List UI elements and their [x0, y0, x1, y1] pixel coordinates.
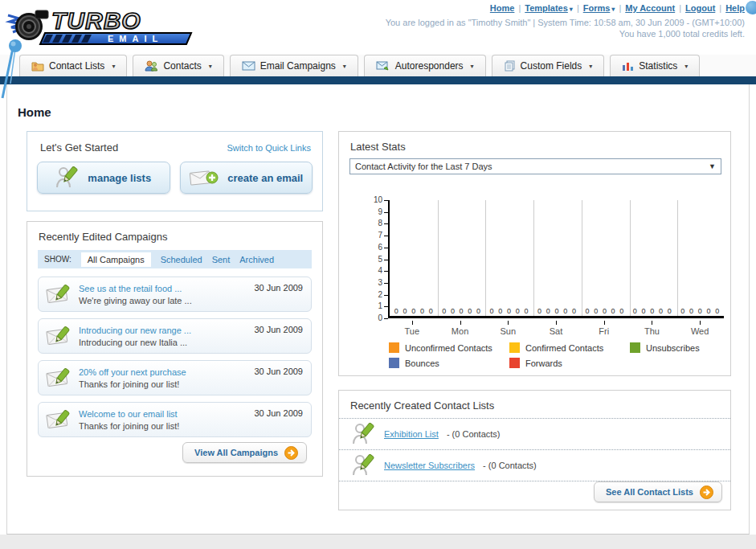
campaign-title-link[interactable]: See us at the retail food ... [79, 284, 192, 293]
campaign-filter-sent[interactable]: Sent [212, 255, 231, 264]
nav-tab-email-campaigns[interactable]: Email Campaigns▾ [230, 55, 358, 76]
y-axis-tick-label: 2 [362, 290, 382, 299]
envelope-pencil-icon [45, 367, 72, 389]
chart-value-label: 0 [498, 307, 502, 315]
campaign-filter-archived[interactable]: Archived [239, 255, 274, 264]
campaign-list-item[interactable]: See us at the retail food ...We're givin… [38, 277, 312, 312]
x-axis-tick [508, 321, 509, 325]
link-separator: | [577, 3, 579, 13]
chart-value-label: 0 [394, 307, 398, 315]
orange-arrow-icon [700, 485, 713, 499]
manage-lists-button[interactable]: manage lists [37, 162, 170, 194]
chart-value-label: 0 [633, 307, 637, 315]
contacts-people-icon [145, 60, 158, 72]
header-link-forms[interactable]: Forms [583, 3, 611, 13]
turbo-logo-graphic: TURBO EMAIL [5, 2, 206, 47]
get-started-panel: Let's Get Started Switch to Quick Links … [27, 131, 323, 211]
campaign-date: 30 Jun 2009 [254, 283, 303, 293]
x-axis-tick [700, 321, 701, 325]
legend-item-bounces: Bounces [389, 358, 509, 368]
chevron-down-icon: ▾ [589, 63, 592, 70]
get-started-title: Let's Get Started [40, 141, 118, 154]
chevron-down-icon: ▾ [611, 6, 615, 13]
header-link-home[interactable]: Home [490, 3, 515, 13]
envelope-pencil-icon [45, 408, 72, 431]
campaign-title-link[interactable]: Welcome to our email list [79, 409, 179, 419]
nav-tab-label: Custom Fields [521, 60, 582, 72]
nav-tab-contacts[interactable]: Contacts▾ [133, 55, 223, 76]
chart-value-label: 0 [537, 307, 541, 315]
campaign-filter-scheduled[interactable]: Scheduled [161, 255, 202, 264]
envelope-pencil-icon [45, 325, 72, 347]
chart-value-label: 0 [403, 307, 407, 315]
header-link-logout[interactable]: Logout [685, 3, 715, 13]
y-axis-tick-label: 3 [362, 278, 382, 287]
campaign-list-item[interactable]: Welcome to our email listThanks for join… [38, 402, 312, 437]
contact-list-link[interactable]: Exhibition List [384, 429, 439, 439]
chart-value-group: 00000 [485, 307, 533, 315]
envelope-pencil-icon [45, 283, 72, 305]
campaign-filter-all-campaigns[interactable]: All Campaigns [81, 252, 151, 267]
get-started-button-label: create an email [227, 172, 303, 184]
envelope-plus-icon [189, 167, 219, 188]
chart-value-label: 0 [680, 307, 684, 315]
show-label: SHOW: [44, 255, 72, 264]
x-axis-label: Sat [540, 326, 572, 336]
campaign-list-item[interactable]: 20% off your next purchaseThanks for joi… [38, 360, 312, 395]
chart-value-label: 0 [642, 307, 646, 315]
see-all-contact-lists-label: See All Contact Lists [606, 487, 693, 497]
chart-value-label: 0 [619, 307, 623, 315]
header-link-templates[interactable]: Templates [525, 3, 568, 13]
chart-gridline [485, 200, 486, 316]
get-started-button-label: manage lists [88, 172, 151, 184]
view-all-campaigns-button[interactable]: View All Campaigns [182, 442, 307, 463]
create-an-email-button[interactable]: create an email [180, 162, 313, 194]
contact-list-item[interactable]: Newsletter Subscribers- (0 Contacts) [339, 449, 730, 481]
x-axis-tick [652, 321, 652, 325]
campaign-text: See us at the retail food ...We're givin… [79, 284, 192, 305]
switch-quick-links-link[interactable]: Switch to Quick Links [227, 143, 311, 153]
nav-tab-custom-fields[interactable]: Custom Fields▾ [492, 55, 605, 76]
header: TURBO EMAIL Home|Templates▾|Forms▾|My Ac… [0, 0, 756, 55]
nav-tab-statistics[interactable]: Statistics▾ [610, 55, 700, 76]
campaign-subtitle: We're giving away our late ... [79, 296, 192, 305]
nav-tab-label: Email Campaigns [260, 60, 336, 72]
campaign-date: 30 Jun 2009 [254, 367, 303, 376]
chart-value-group: 00000 [676, 307, 724, 315]
y-axis-tick [384, 248, 388, 248]
nav-tab-label: Statistics [639, 60, 677, 72]
nav-tab-contact-lists[interactable]: Contact Lists▾ [19, 55, 127, 76]
nav-tab-autoresponders[interactable]: Autoresponders▾ [364, 55, 486, 76]
contact-list-item[interactable]: Exhibition List- (0 Contacts) [339, 418, 730, 449]
decorative-blue-dot [746, 1, 756, 14]
header-link-my-account[interactable]: My Account [625, 3, 675, 13]
x-axis-label: Sun [492, 326, 524, 336]
legend-swatch [509, 342, 520, 353]
contact-list-link[interactable]: Newsletter Subscribers [384, 461, 475, 470]
campaign-list-item[interactable]: Introducing our new range ...Introducing… [38, 318, 312, 354]
chevron-down-icon: ▾ [209, 63, 212, 70]
legend-swatch [630, 342, 640, 353]
see-all-contact-lists-button[interactable]: See All Contact Lists [594, 481, 722, 502]
nav-accent-bar [0, 76, 756, 84]
campaign-title-link[interactable]: Introducing our new range ... [79, 326, 191, 335]
contact-lists-folder-icon [31, 60, 44, 72]
y-axis-tick [384, 295, 388, 296]
chevron-down-icon: ▼ [709, 162, 716, 170]
turbo-email-logo: TURBO EMAIL [5, 2, 206, 47]
y-axis-tick-label: 5 [362, 255, 382, 264]
campaign-title-link[interactable]: 20% off your next purchase [79, 367, 186, 377]
y-axis-tick [384, 223, 388, 224]
stats-period-dropdown[interactable]: Contact Activity for the Last 7 Days ▼ [349, 158, 721, 174]
campaign-text: Welcome to our email listThanks for join… [79, 409, 179, 431]
header-link-help[interactable]: Help [725, 3, 745, 13]
campaign-text: 20% off your next purchaseThanks for joi… [79, 367, 186, 389]
chart-value-label: 0 [476, 307, 480, 315]
legend-swatch [389, 342, 399, 353]
chart-value-label: 0 [507, 307, 511, 315]
chart-value-label: 0 [442, 307, 446, 315]
chart-value-label: 0 [585, 307, 589, 315]
latest-stats-title: Latest Stats [339, 132, 730, 153]
legend-item-unsubscribes: Unsubscribes [630, 342, 750, 353]
campaigns-title: Recently Edited Campaigns [27, 222, 322, 243]
